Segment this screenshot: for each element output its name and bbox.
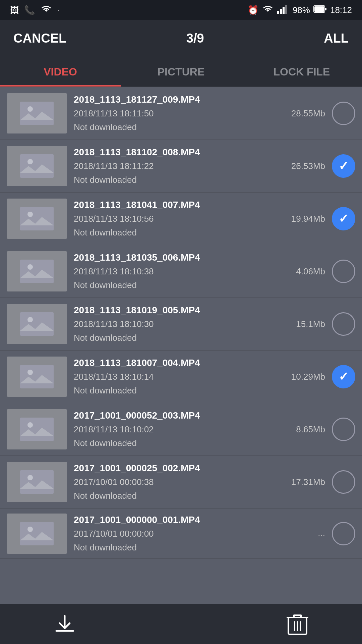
- delete-button[interactable]: [284, 611, 311, 638]
- list-item[interactable]: 2018_1113_181041_007.MP4 2018/11/13 18:1…: [0, 193, 362, 245]
- list-item[interactable]: 2017_1001_000000_001.MP4 2017/10/01 00:0…: [0, 508, 362, 559]
- file-date: 2018/11/13 18:10:56: [74, 214, 285, 224]
- status-bar-left: 🖼 📞 ·: [10, 4, 60, 16]
- battery-icon: [313, 5, 327, 15]
- file-thumbnail: [7, 251, 67, 291]
- file-status: Not downloaded: [74, 491, 285, 501]
- file-status: Not downloaded: [74, 122, 285, 132]
- svg-rect-7: [20, 102, 54, 125]
- file-name: 2018_1113_181127_009.MP4: [74, 94, 285, 105]
- svg-point-22: [27, 475, 33, 480]
- file-date: 2018/11/13 18:10:02: [74, 424, 289, 435]
- file-size: 19.94Mb: [291, 214, 325, 224]
- file-size: 26.53Mb: [291, 161, 325, 171]
- file-thumbnail: [7, 357, 67, 397]
- file-status: Not downloaded: [74, 542, 311, 553]
- svg-point-14: [27, 264, 33, 270]
- file-info: 2018_1113_181035_006.MP4 2018/11/13 18:1…: [74, 252, 289, 290]
- svg-rect-1: [280, 9, 282, 14]
- file-list: 2018_1113_181127_009.MP4 2018/11/13 18:1…: [0, 87, 362, 559]
- file-thumbnail: [7, 199, 67, 239]
- file-thumbnail: [7, 146, 67, 186]
- file-checkbox[interactable]: ✓: [332, 154, 355, 178]
- svg-point-16: [27, 317, 33, 322]
- file-status: Not downloaded: [74, 175, 285, 185]
- time-display: 18:12: [330, 5, 352, 15]
- file-date: 2017/10/01 00:00:38: [74, 477, 285, 487]
- svg-point-18: [27, 370, 33, 375]
- battery-percent: 98%: [293, 5, 310, 15]
- file-checkbox[interactable]: ✓: [332, 365, 355, 388]
- file-date: 2018/11/13 18:10:14: [74, 372, 285, 382]
- svg-rect-19: [20, 418, 54, 441]
- file-checkbox[interactable]: [332, 312, 355, 336]
- svg-rect-3: [285, 5, 287, 14]
- file-info: 2017_1001_000025_002.MP4 2017/10/01 00:0…: [74, 463, 285, 501]
- svg-rect-13: [20, 260, 54, 283]
- file-size: 4.06Mb: [296, 266, 325, 277]
- svg-rect-15: [20, 312, 54, 336]
- list-item[interactable]: 2018_1113_181127_009.MP4 2018/11/13 18:1…: [0, 87, 362, 140]
- file-date: 2018/11/13 18:10:30: [74, 319, 289, 329]
- file-thumbnail: [7, 93, 67, 133]
- file-size: 8.65Mb: [296, 424, 325, 435]
- tab-picture[interactable]: PICTURE: [121, 57, 241, 87]
- file-size: ...: [318, 528, 325, 539]
- svg-rect-11: [20, 207, 54, 230]
- list-item[interactable]: 2017_1001_000052_003.MP4 2018/11/13 18:1…: [0, 403, 362, 456]
- file-status: Not downloaded: [74, 333, 289, 343]
- svg-rect-21: [20, 470, 54, 494]
- tab-bar: VIDEO PICTURE LOCK FILE: [0, 57, 362, 87]
- phone-icon: 📞: [24, 5, 35, 15]
- wifi-icon: [40, 4, 52, 16]
- file-checkbox[interactable]: [332, 260, 355, 283]
- file-size: 28.55Mb: [291, 108, 325, 119]
- wifi-signal-icon: [262, 4, 274, 16]
- cancel-button[interactable]: CANCEL: [13, 31, 66, 46]
- file-info: 2018_1113_181019_005.MP4 2018/11/13 18:1…: [74, 305, 289, 343]
- file-size: 10.29Mb: [291, 372, 325, 382]
- dot-icon: ·: [58, 5, 60, 15]
- select-all-button[interactable]: ALL: [324, 31, 349, 46]
- top-nav: CANCEL 3/9 ALL: [0, 20, 362, 57]
- gallery-icon: 🖼: [10, 5, 19, 15]
- list-item[interactable]: 2017_1001_000025_002.MP4 2017/10/01 00:0…: [0, 456, 362, 508]
- file-name: 2017_1001_000052_003.MP4: [74, 410, 289, 421]
- svg-point-8: [27, 106, 33, 112]
- selection-counter: 3/9: [186, 31, 204, 46]
- file-checkbox[interactable]: [332, 418, 355, 441]
- file-date: 2017/10/01 00:00:00: [74, 529, 311, 539]
- file-checkbox[interactable]: [332, 102, 355, 125]
- svg-point-20: [27, 422, 33, 428]
- file-checkbox[interactable]: ✓: [332, 207, 355, 230]
- list-item[interactable]: 2018_1113_181035_006.MP4 2018/11/13 18:1…: [0, 245, 362, 298]
- download-button[interactable]: [51, 611, 78, 638]
- file-checkbox[interactable]: [332, 470, 355, 494]
- file-thumbnail: [7, 409, 67, 449]
- list-item[interactable]: 2018_1113_181019_005.MP4 2018/11/13 18:1…: [0, 298, 362, 351]
- tab-video[interactable]: VIDEO: [0, 57, 121, 87]
- bottom-bar: [0, 604, 362, 644]
- file-info: 2018_1113_181041_007.MP4 2018/11/13 18:1…: [74, 200, 285, 238]
- file-name: 2018_1113_181019_005.MP4: [74, 305, 289, 316]
- file-name: 2017_1001_000000_001.MP4: [74, 515, 311, 525]
- file-info: 2017_1001_000052_003.MP4 2018/11/13 18:1…: [74, 410, 289, 448]
- svg-rect-5: [325, 8, 326, 10]
- svg-rect-9: [20, 154, 54, 178]
- svg-point-10: [27, 159, 33, 164]
- checkmark-icon: ✓: [339, 370, 349, 384]
- tab-lockfile[interactable]: LOCK FILE: [241, 57, 362, 87]
- file-date: 2018/11/13 18:11:50: [74, 108, 285, 119]
- file-size: 15.1Mb: [296, 319, 325, 329]
- file-info: 2018_1113_181007_004.MP4 2018/11/13 18:1…: [74, 358, 285, 396]
- file-name: 2018_1113_181035_006.MP4: [74, 252, 289, 263]
- file-thumbnail: [7, 462, 67, 502]
- list-item[interactable]: 2018_1113_181102_008.MP4 2018/11/13 18:1…: [0, 140, 362, 193]
- file-checkbox[interactable]: [332, 522, 355, 545]
- status-bar-right: ⏰ 98% 18:12: [248, 4, 352, 16]
- file-size: 17.31Mb: [291, 477, 325, 487]
- svg-point-12: [27, 212, 33, 217]
- file-name: 2018_1113_181007_004.MP4: [74, 358, 285, 368]
- svg-rect-0: [277, 11, 279, 14]
- list-item[interactable]: 2018_1113_181007_004.MP4 2018/11/13 18:1…: [0, 351, 362, 403]
